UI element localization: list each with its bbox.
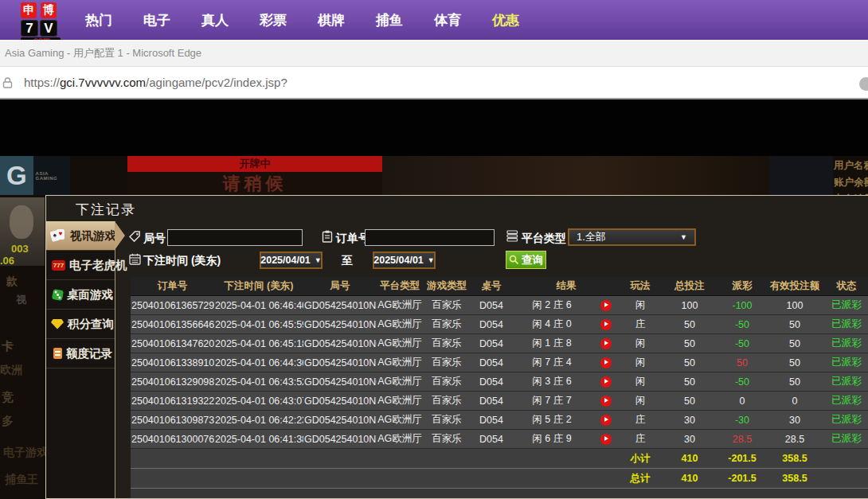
- cell-payout: -100: [719, 296, 765, 315]
- cell-order: 250401061356646: [131, 315, 214, 334]
- sidebar-item[interactable]: 积分查询: [46, 310, 115, 339]
- column-header: 状态: [824, 277, 868, 296]
- cell-table_no: D054: [471, 296, 512, 315]
- play-video-button[interactable]: [600, 338, 612, 349]
- document-icon: [53, 348, 62, 359]
- cell-video: [592, 411, 620, 430]
- cell-platform: AG欧洲厅: [377, 372, 423, 392]
- play-video-button[interactable]: [600, 376, 612, 388]
- round-number-input[interactable]: [167, 229, 303, 246]
- cell-empty: [824, 469, 868, 489]
- column-header: 桌号: [471, 277, 512, 296]
- cell-game: 百家乐: [423, 372, 471, 392]
- cell-game: 百家乐: [423, 392, 471, 411]
- date-to-select[interactable]: 2025/04/01 ▼: [373, 251, 436, 269]
- column-header: 订单号: [131, 277, 214, 296]
- logo-badge: 申: [21, 2, 37, 18]
- records-table-area: 订单号下注时间 (美东)局号平台类型游戏类型桌号结果玩法总投注派彩有效投注额状态…: [131, 277, 868, 498]
- column-header: 总投注: [660, 277, 719, 296]
- cell-platform: AG欧洲厅: [377, 315, 423, 334]
- cell-bet: 50: [660, 353, 719, 372]
- order-number-input[interactable]: [365, 229, 495, 246]
- column-header: 结果: [512, 277, 620, 296]
- cell-play-type: 庄: [620, 430, 660, 449]
- subtotal-row: 小计410-201.5358.5: [131, 449, 868, 469]
- platform-type-label: 平台类型: [522, 232, 566, 246]
- sidebar-item[interactable]: ♠♥视讯游戏: [46, 221, 115, 251]
- play-video-button[interactable]: [600, 434, 612, 445]
- table-row: 2504010613000762025-04-01 06:41:38GD0542…: [131, 430, 868, 449]
- table-row: 2504010613476202025-04-01 06:45:18GD0542…: [131, 334, 868, 353]
- nav-item[interactable]: 棋牌: [318, 11, 345, 29]
- panel-sidebar: ♠♥视讯游戏777电子老虎机桌面游戏积分查询额度记录: [46, 221, 115, 498]
- sidebar-item[interactable]: 777电子老虎机: [46, 251, 115, 280]
- cell-round: GD054254010NQ: [303, 334, 377, 353]
- url-prefix: https://: [24, 76, 60, 89]
- nav-item[interactable]: 优惠: [492, 11, 519, 29]
- chevron-down-icon: ▼: [680, 233, 687, 241]
- sidebar-item-label: 电子老虎机: [69, 258, 127, 273]
- sidebar-item-label: 桌面游戏: [67, 287, 113, 302]
- nav-item[interactable]: 捕鱼: [376, 11, 403, 29]
- play-video-button[interactable]: [600, 319, 612, 330]
- sidebar-item[interactable]: 桌面游戏: [46, 280, 115, 310]
- play-video-button[interactable]: [600, 415, 612, 426]
- status-badge: 已派彩: [824, 372, 868, 392]
- panel-title: 下注记录: [76, 201, 136, 219]
- sidebar-item[interactable]: 额度记录: [46, 339, 115, 368]
- status-badge: 已派彩: [824, 392, 868, 411]
- url-domain: gci.7vvvvvv.com: [60, 76, 146, 89]
- ag-logo: G ASIA GAMING: [0, 156, 70, 195]
- column-header: 有效投注额: [765, 277, 824, 296]
- cell-platform: AG欧洲厅: [377, 411, 423, 430]
- clipboard-icon: [322, 230, 333, 246]
- cell-order: 250401061300076: [131, 430, 214, 449]
- site-logo[interactable]: 申 博 7 V .com: [21, 2, 61, 40]
- cell-round: GD054254010NS: [303, 296, 377, 315]
- cell-order: 250401061319322: [131, 392, 214, 411]
- cell-order: 250401061365729: [131, 296, 214, 315]
- nav-item[interactable]: 电子: [143, 11, 170, 29]
- cell-round: GD054254010NP: [303, 353, 377, 372]
- background-fragment: 卡: [2, 339, 14, 354]
- status-badge: 已派彩: [824, 430, 868, 449]
- cell-result: 闲 1 庄 8: [512, 334, 592, 353]
- play-video-button[interactable]: [600, 300, 612, 311]
- cell-time: 2025-04-01 06:43:07: [214, 392, 303, 411]
- cell-bet: 30: [660, 411, 719, 430]
- screen: 申 博 7 V .com 热门电子真人彩票棋牌捕鱼体育优惠 Asia Gamin…: [0, 0, 868, 499]
- gem-icon: [51, 319, 64, 329]
- nav-item[interactable]: 体育: [434, 11, 461, 29]
- cell-order: 250401061329098: [131, 372, 214, 392]
- cell-bet: 50: [660, 315, 719, 334]
- browser-urlbar[interactable]: https://gci.7vvvvvv.com/agingame/pcv2/in…: [0, 66, 868, 99]
- date-from-value: 2025/04/01: [260, 255, 311, 266]
- chevron-down-icon: ▼: [315, 256, 322, 264]
- cell-result: 闲 6 庄 9: [512, 430, 592, 449]
- nav-item[interactable]: 彩票: [260, 11, 287, 29]
- cell-valid-bet: 50: [765, 372, 824, 392]
- logo-badge: 博: [41, 2, 57, 18]
- cell-video: [592, 315, 620, 334]
- browser-profile-icon[interactable]: [859, 77, 868, 91]
- cell-table_no: D054: [471, 372, 512, 392]
- column-header: 平台类型: [377, 277, 423, 296]
- cell-payout: -50: [719, 334, 765, 353]
- play-video-button[interactable]: [600, 357, 612, 368]
- cell-result: 闲 2 庄 6: [512, 296, 592, 315]
- cell-round: GD054254010NN: [303, 392, 377, 411]
- date-from-select[interactable]: 2025/04/01 ▼: [260, 251, 323, 269]
- cell-payout: -50: [719, 315, 765, 334]
- play-video-button[interactable]: [600, 396, 612, 407]
- nav-item[interactable]: 热门: [85, 11, 112, 29]
- total-label: 总计: [620, 469, 660, 489]
- cell-valid-bet: 50: [765, 353, 824, 372]
- balance-label: 账户余额: [834, 174, 868, 191]
- cell-game: 百家乐: [423, 430, 471, 449]
- nav-item[interactable]: 真人: [201, 11, 229, 29]
- cell-play-type: 庄: [620, 411, 660, 430]
- platform-type-select[interactable]: 1.全部 ▼: [568, 228, 696, 246]
- cell-video: [592, 353, 620, 372]
- search-button[interactable]: 查询: [506, 251, 546, 269]
- cell-result: 闲 5 庄 2: [512, 411, 592, 430]
